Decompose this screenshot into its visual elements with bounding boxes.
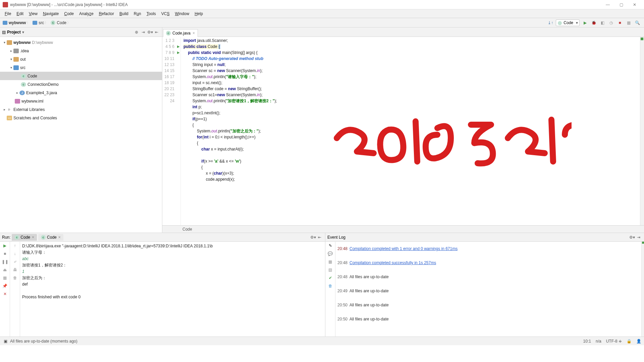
project-header[interactable]: ▤Project▾ ⊕ ⇥ ⚙▾ ⇤ [0, 27, 162, 37]
menu-vcs[interactable]: VCS [159, 10, 172, 17]
hector-icon[interactable]: 👤 [636, 339, 641, 344]
menu-edit[interactable]: Edit [14, 10, 26, 17]
caret-position[interactable]: 10:1 [583, 339, 591, 344]
tree-item[interactable]: cConnectionDemo [0, 80, 162, 88]
close-icon[interactable]: ✕ [2, 291, 8, 297]
collapse-icon[interactable]: ⇥ [140, 29, 147, 36]
pin-icon[interactable]: 📌 [2, 283, 8, 289]
scrollbar[interactable] [641, 242, 644, 337]
run-icon[interactable]: ▶ [582, 19, 588, 26]
gutter[interactable]: 1 2 3 4 5 6 7 8 9 10 11 12 13 14 15 16 1… [162, 37, 181, 225]
stop-icon[interactable]: ■ [616, 19, 623, 26]
close-icon[interactable]: × [58, 235, 61, 240]
run-tab[interactable]: cCode× [12, 234, 37, 241]
event-list[interactable]: 20:48Compilation completed with 1 error … [335, 242, 641, 337]
close-button[interactable]: ✕ [628, 0, 641, 9]
gear-icon[interactable]: ⚙▾ [147, 29, 153, 36]
locate-icon[interactable]: ⊕ [133, 29, 140, 36]
tree-item[interactable]: ▾src [0, 63, 162, 72]
down-icon[interactable]: ↓ [12, 251, 18, 256]
event-row[interactable]: 20:50All files are up-to-date [337, 298, 639, 312]
insert-mode[interactable]: n/a [596, 339, 601, 344]
check-icon[interactable]: ✔ [328, 275, 333, 281]
event-header: Event Log ⚙▾ ⇥ [325, 233, 644, 242]
close-tab-icon[interactable]: × [193, 31, 195, 36]
filter-icon[interactable]: ▧ [328, 267, 333, 273]
print-icon[interactable]: 🖶 [12, 267, 18, 273]
hide-icon[interactable]: ⇤ [153, 29, 160, 36]
tool-window-icon[interactable]: ▣ [3, 339, 8, 344]
event-row[interactable]: 20:48All files are up-to-date [337, 270, 639, 284]
pause-icon[interactable]: ❚❚ [2, 259, 8, 264]
project-tree[interactable]: ▾wybwwwD:\wybwww ▸.idea ▾out ▾src cCode … [0, 37, 162, 233]
rerun-icon[interactable]: ▶ [2, 243, 8, 248]
app-icon [3, 2, 8, 7]
encoding[interactable]: UTF-8 ≑ [606, 339, 622, 344]
tree-item[interactable]: ▸▭Scratches and Consoles [0, 114, 162, 122]
structure-icon[interactable]: ▦ [625, 19, 632, 26]
menu-code[interactable]: Code [61, 10, 76, 17]
maximize-button[interactable]: ▢ [614, 0, 628, 9]
menu-help[interactable]: Help [192, 10, 206, 17]
profile-icon[interactable]: ◷ [608, 19, 614, 26]
menu-tools[interactable]: Tools [144, 10, 159, 17]
menu-run[interactable]: Run [131, 10, 144, 17]
tree-item[interactable]: ▸⊪External Libraries [0, 105, 162, 114]
coverage-icon[interactable]: ◧ [599, 19, 606, 26]
status-message: All files are up-to-date (moments ago) [10, 339, 77, 344]
menu-window[interactable]: Window [172, 10, 192, 17]
mark-icon[interactable]: ▦ [328, 259, 333, 264]
crumb-project[interactable]: wybwww [1, 20, 31, 25]
tree-root[interactable]: ▾wybwwwD:\wybwww [0, 38, 162, 47]
hide-icon[interactable]: ⇥ [635, 234, 642, 241]
run-gutter-icon[interactable]: ▶ [177, 50, 180, 56]
run-config-select[interactable]: Code [556, 19, 580, 26]
menu-build[interactable]: Build [117, 10, 131, 17]
error-stripe[interactable] [640, 37, 644, 225]
tree-item-selected[interactable]: cCode [0, 72, 162, 80]
tree-item[interactable]: ▸.idea [0, 47, 162, 55]
menu-view[interactable]: View [26, 10, 40, 17]
event-row[interactable]: 20:48Compilation completed with 1 error … [337, 242, 639, 256]
code-text[interactable]: import java.util.Scanner; public class C… [181, 37, 644, 225]
menu-navigate[interactable]: Navigate [40, 10, 61, 17]
crumb-file[interactable]: cCode [49, 20, 72, 25]
trash-icon[interactable]: 🗑 [328, 283, 333, 289]
tree-item[interactable]: ▸JExample4_3.java [0, 88, 162, 97]
stop-icon[interactable]: ■ [2, 251, 8, 256]
wrap-icon[interactable]: ⤶ [12, 259, 18, 264]
lock-icon[interactable]: 🔒 [627, 339, 632, 344]
tree-item[interactable]: wybwww.iml [0, 97, 162, 105]
event-row[interactable]: 20:50All files are up-to-date [337, 312, 639, 326]
search-icon[interactable]: 🔍 [634, 19, 641, 26]
event-row[interactable]: 20:49All files are up-to-date [337, 284, 639, 298]
exit-icon[interactable]: ⏏ [2, 267, 8, 273]
balloon-icon[interactable]: 💬 [328, 251, 333, 256]
build-icon[interactable]: ⤓↑ [547, 19, 554, 26]
minimize-button[interactable]: ― [601, 0, 614, 9]
gear-icon[interactable]: ⚙▾ [310, 234, 316, 241]
editor-breadcrumb[interactable]: Code [162, 225, 644, 233]
crumb-src[interactable]: src [31, 20, 49, 25]
menu-analyze[interactable]: Analyze [76, 10, 96, 17]
menu-file[interactable]: File [2, 10, 14, 17]
code-area[interactable]: 1 2 3 4 5 6 7 8 9 10 11 12 13 14 15 16 1… [162, 37, 644, 225]
clear-icon[interactable]: 🗑 [12, 275, 18, 281]
hide-icon[interactable]: ⇤ [316, 234, 323, 241]
event-row[interactable]: 20:48Compilation completed successfully … [337, 256, 639, 270]
settings-icon[interactable]: ✎ [328, 243, 333, 248]
run-tab[interactable]: cCode× [38, 234, 63, 241]
libraries-icon: ⊪ [7, 107, 12, 112]
editor: cCode.java× 1 2 3 4 5 6 7 8 9 10 11 12 1… [162, 27, 644, 233]
console-output[interactable]: D:\JDK.8\bin\java.exe "-javaagent:D:\Int… [20, 242, 325, 337]
layout-icon[interactable]: ▦ [2, 275, 8, 281]
editor-tab[interactable]: cCode.java× [163, 29, 198, 37]
menu-refactor[interactable]: Refactor [96, 10, 117, 17]
gear-icon[interactable]: ⚙▾ [629, 234, 635, 241]
tree-item[interactable]: ▾out [0, 55, 162, 63]
up-icon[interactable]: ↑ [12, 243, 18, 248]
run-gutter-icon[interactable]: ▶ [177, 44, 180, 50]
debug-icon[interactable]: 🐞 [590, 19, 597, 26]
close-icon[interactable]: × [32, 235, 34, 240]
run-toolbar-left2: ↑ ↓ ⤶ 🖶 🗑 [10, 242, 20, 337]
